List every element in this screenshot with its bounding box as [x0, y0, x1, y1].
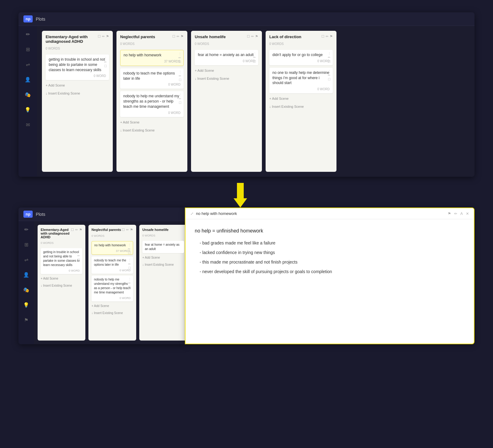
popup-bookmark-icon[interactable]: ⚑: [448, 212, 451, 216]
card-edit-icon-col[interactable]: ✏: [328, 56, 331, 59]
b-card-edit[interactable]: ✏: [77, 254, 80, 257]
card-copy-icon-col[interactable]: ☐: [328, 60, 331, 63]
b-insert-scene-unsafe[interactable]: ↓ Insert Existing Scene: [142, 262, 184, 267]
col-flag-icon[interactable]: ⚑: [106, 34, 109, 38]
insert-scene-unsafe[interactable]: ↓ Insert Existing Scene: [195, 76, 258, 81]
card-homework[interactable]: no help with homework ⋮ ✏ ☐ 37 WORDS: [120, 50, 184, 66]
b-card-edit-hw[interactable]: ✏: [128, 247, 131, 251]
sidebar-icon-pen[interactable]: ✏: [24, 30, 32, 39]
card-menu-icon-str[interactable]: ⋮: [179, 93, 182, 96]
popup-edit-icon[interactable]: ✏: [454, 212, 457, 216]
sidebar-icon-mail[interactable]: ✉: [24, 120, 32, 130]
sidebar-icon-masks[interactable]: 🎭: [23, 90, 33, 99]
card-menu-icon-fear[interactable]: ⋮: [253, 52, 256, 55]
col-flag-icon-3[interactable]: ⚑: [255, 34, 258, 38]
b-card-copy-str[interactable]: ☐: [128, 285, 131, 289]
card-edit-icon[interactable]: ✏: [104, 60, 107, 64]
b-card-copy-hw[interactable]: ☐: [128, 251, 131, 255]
card-noone[interactable]: no one to really help me determine thing…: [269, 68, 333, 93]
b-card-edit-opt[interactable]: ✏: [128, 262, 131, 266]
card-strengths[interactable]: nobody to help me understand my strength…: [120, 91, 184, 117]
card-fear[interactable]: fear at home = anxiety as an adult ⋮ ✏ ☐…: [195, 50, 258, 65]
col-edit-icon-2[interactable]: ✏: [177, 34, 179, 38]
b-card-options[interactable]: nobody to teach me the options later in …: [92, 256, 133, 274]
b-card-copy[interactable]: ☐: [77, 258, 80, 261]
b-col-copy-icon-2[interactable]: ☐: [122, 228, 125, 232]
sidebar-icon-users[interactable]: 👤: [23, 75, 33, 84]
popup-font-icon[interactable]: A: [460, 212, 463, 216]
card-copy-icon-opt[interactable]: ☐: [179, 78, 182, 82]
col-flag-icon-4[interactable]: ⚑: [330, 34, 333, 38]
card-menu-icon-col[interactable]: ⋮: [328, 52, 331, 55]
insert-scene-direction[interactable]: ↓ Insert Existing Scene: [269, 104, 333, 109]
sidebar-icon-grid[interactable]: ⊞: [24, 45, 32, 54]
card-copy-icon-hw[interactable]: ☐: [178, 60, 181, 63]
col-copy-icon-3[interactable]: ☐: [247, 34, 250, 38]
card-options[interactable]: nobody to teach me the options later in …: [120, 68, 184, 89]
b-card-edit-str[interactable]: ✏: [128, 281, 131, 285]
b-card-menu-str[interactable]: ⋮: [128, 277, 131, 281]
card-menu-icon-noone[interactable]: ⋮: [328, 70, 331, 73]
b-insert-scene-adhd[interactable]: ↓ Insert Existing Scene: [41, 283, 82, 288]
b-add-scene-adhd[interactable]: + Add Scene: [41, 276, 82, 281]
card-copy-icon-fear[interactable]: ☐: [253, 60, 256, 63]
bottom-sidebar-mail[interactable]: ⚑: [22, 315, 30, 325]
col-copy-icon-4[interactable]: ☐: [321, 34, 324, 38]
col-flag-icon-2[interactable]: ⚑: [181, 34, 184, 38]
card-menu-icon[interactable]: ⋮: [104, 56, 107, 60]
add-scene-neglectful[interactable]: + Add Scene: [120, 119, 184, 125]
card-copy-icon-noone[interactable]: ☐: [328, 78, 331, 81]
bottom-sidebar-users[interactable]: 👤: [21, 270, 31, 280]
card-college[interactable]: didn't apply for or go to college ⋮ ✏ ☐ …: [269, 50, 333, 65]
b-card-menu-hw[interactable]: ⋮: [128, 243, 131, 247]
b-col-flag-icon-2[interactable]: ⚑: [130, 228, 133, 232]
bottom-main: ✏ ⊞ ⇌ 👤 🎭 💡 ⚑ Elementary-Aged with undia…: [18, 221, 185, 344]
bottom-col-title-unsafe: Unsafe homelife: [142, 228, 184, 232]
add-scene-direction[interactable]: + Add Scene: [269, 96, 333, 101]
card-menu-icon-opt[interactable]: ⋮: [179, 70, 182, 74]
col-edit-icon-3[interactable]: ✏: [251, 34, 254, 38]
card-edit-icon-opt[interactable]: ✏: [179, 74, 182, 78]
card-edit-icon-fear[interactable]: ✏: [253, 56, 256, 59]
card-menu-icon-hw[interactable]: ⋮: [178, 52, 181, 55]
b-insert-scene-neg[interactable]: ↓ Insert Existing Scene: [92, 310, 133, 316]
add-scene-adhd[interactable]: + Add Scene: [46, 83, 109, 88]
b-col-flag-icon[interactable]: ⚑: [79, 228, 82, 232]
insert-scene-adhd[interactable]: ↓ Insert Existing Scene: [46, 91, 109, 96]
b-add-scene-neg[interactable]: + Add Scene: [92, 303, 133, 309]
col-edit-icon[interactable]: ✏: [102, 34, 105, 38]
popup-close-icon[interactable]: ✕: [466, 212, 469, 216]
card-word-count-hw: 37 WORDS: [124, 60, 180, 63]
sidebar-icon-bulb[interactable]: 💡: [23, 105, 33, 115]
b-card-adhd-1[interactable]: getting in trouble in school and not bei…: [41, 248, 82, 274]
b-card-fear[interactable]: fear at home = anxiety as an adult: [142, 241, 184, 253]
card-edit-icon-noone[interactable]: ✏: [328, 74, 331, 77]
card-word-count-fear: 0 WORD: [198, 59, 255, 63]
popup-expand-icon[interactable]: ⤢: [190, 212, 194, 216]
b-card-menu-opt[interactable]: ⋮: [128, 258, 131, 262]
card-copy-icon[interactable]: ☐: [104, 64, 107, 68]
bottom-sidebar-bulb[interactable]: 💡: [21, 300, 31, 310]
card-edit-icon-hw[interactable]: ✏: [178, 56, 181, 59]
card-edit-icon-str[interactable]: ✏: [179, 97, 182, 100]
bottom-sidebar-filter[interactable]: ⇌: [22, 255, 30, 264]
sidebar-icon-filter[interactable]: ⇌: [24, 60, 32, 69]
col-copy-icon[interactable]: ☐: [98, 34, 101, 38]
b-add-scene-unsafe[interactable]: + Add Scene: [142, 255, 184, 260]
bottom-sidebar-masks[interactable]: 🎭: [21, 285, 31, 295]
add-scene-unsafe[interactable]: + Add Scene: [195, 68, 258, 73]
card-adhd-1[interactable]: getting in trouble in school and not bei…: [46, 54, 109, 80]
col-copy-icon-2[interactable]: ☐: [172, 34, 175, 38]
bottom-sidebar-grid[interactable]: ⊞: [22, 240, 30, 249]
b-card-hw[interactable]: no help with homework ⋮ ✏ ☐ 37 WORDS: [92, 241, 133, 255]
b-col-edit-icon-2[interactable]: ✏: [126, 228, 129, 232]
b-card-copy-opt[interactable]: ☐: [128, 266, 131, 270]
b-col-edit-icon[interactable]: ✏: [75, 228, 78, 232]
bottom-sidebar-pen[interactable]: ✏: [22, 225, 30, 234]
b-card-menu[interactable]: ⋮: [77, 250, 80, 253]
b-card-strengths[interactable]: nobody to help me understand my strength…: [92, 276, 133, 301]
card-copy-icon-str[interactable]: ☐: [179, 101, 182, 104]
insert-scene-neglectful[interactable]: ↓ Insert Existing Scene: [120, 127, 184, 133]
col-edit-icon-4[interactable]: ✏: [326, 34, 328, 38]
b-col-copy-icon[interactable]: ☐: [71, 228, 74, 232]
